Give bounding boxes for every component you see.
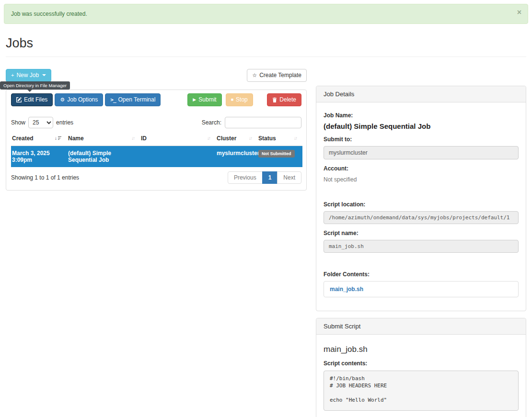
terminal-icon: >_ [110, 97, 116, 102]
jobs-table-panel: Edit Files ⚙ Job Options >_ Open Termina… [6, 90, 307, 191]
tooltip-open-directory: Open Directory in File Manager [0, 81, 70, 90]
gear-icon: ⚙ [60, 97, 65, 102]
job-options-button[interactable]: ⚙ Job Options [55, 93, 103, 106]
jobs-list-column: + New Job ☆ Create Template Open Directo… [6, 69, 307, 191]
cell-cluster: myslurmcluster [216, 146, 257, 167]
page-title: Jobs [6, 36, 526, 51]
job-row-selected[interactable]: March 3, 2025 3:09pm (default) Simple Se… [11, 146, 302, 167]
pagination-page-1[interactable]: 1 [263, 171, 278, 184]
job-name-value: (default) Simple Sequential Job [324, 122, 519, 130]
jobs-table: Created ↓ Name [11, 133, 302, 167]
account-label: Account: [324, 165, 519, 172]
alert-close-icon[interactable]: × [517, 9, 521, 16]
script-name-field: main_job.sh [324, 240, 519, 253]
submit-script-panel: Submit Script main_job.sh Script content… [316, 318, 526, 417]
delete-button[interactable]: Delete [267, 93, 301, 106]
column-header-status[interactable]: Status ↓↑ [257, 133, 302, 146]
column-header-created[interactable]: Created ↓ [11, 133, 67, 146]
column-header-name[interactable]: Name ↓↑ [67, 133, 140, 146]
edit-files-button[interactable]: Edit Files [11, 93, 53, 106]
script-file-name: main_job.sh [324, 345, 519, 354]
folder-contents-box: main_job.sh [324, 281, 519, 297]
success-alert: Job was successfully created. × [4, 4, 528, 24]
submit-script-header: Submit Script [316, 318, 526, 335]
sort-desc-icon: ↓ [55, 135, 63, 141]
submit-to-label: Submit to: [324, 136, 519, 143]
cell-name: (default) Simple Sequential Job [67, 146, 140, 167]
show-label: Show [11, 119, 25, 126]
sort-icon: ↓↑ [207, 135, 212, 141]
job-details-column: Job Details Job Name: (default) Simple S… [316, 69, 526, 417]
pagination: Previous 1 Next [228, 171, 301, 184]
script-location-field: /home/azimuth/ondemand/data/sys/myjobs/p… [324, 211, 519, 224]
job-details-panel: Job Details Job Name: (default) Simple S… [316, 86, 526, 311]
job-name-label: Job Name: [324, 112, 519, 119]
column-header-id[interactable]: ID ↓↑ [140, 133, 216, 146]
new-job-button[interactable]: + New Job [6, 69, 51, 82]
column-header-cluster[interactable]: Cluster ↓↑ [216, 133, 257, 146]
alert-message: Job was successfully created. [11, 11, 87, 17]
open-terminal-button[interactable]: >_ Open Terminal [105, 93, 161, 106]
script-name-label: Script name: [324, 230, 519, 237]
sort-icon: ↓↑ [294, 135, 299, 141]
entries-label: entries [56, 119, 73, 126]
status-badge: Not Submitted [258, 150, 295, 158]
table-info: Showing 1 to 1 of 1 entries [11, 174, 79, 181]
sort-icon: ↓↑ [131, 135, 136, 141]
title-divider [6, 56, 526, 57]
create-template-button[interactable]: ☆ Create Template [247, 69, 307, 82]
cell-created: March 3, 2025 3:09pm [11, 146, 67, 167]
sort-icon: ↓↑ [249, 135, 254, 141]
jobs-page: Job was successfully created. × Jobs + N… [0, 4, 532, 417]
play-icon: ▶ [193, 98, 196, 102]
trash-icon [272, 97, 277, 102]
script-location-label: Script location: [324, 201, 519, 208]
folder-contents-label: Folder Contents: [324, 271, 519, 278]
plus-icon: + [11, 73, 14, 78]
script-contents-label: Script contents: [324, 360, 519, 367]
edit-square-icon [16, 97, 22, 102]
submit-to-field: myslurmcluster [324, 146, 519, 159]
folder-file-link[interactable]: main_job.sh [330, 286, 363, 293]
page-length-select[interactable]: 25 [28, 117, 53, 128]
stop-icon: ■ [231, 98, 233, 102]
cell-id [140, 146, 216, 167]
account-value: Not specified [324, 176, 519, 183]
tooltip-arrow [27, 90, 32, 92]
pagination-previous[interactable]: Previous [228, 171, 263, 184]
job-details-header: Job Details [316, 86, 526, 102]
star-icon: ☆ [252, 73, 257, 78]
submit-button[interactable]: ▶ Submit [187, 93, 221, 106]
stop-button[interactable]: ■ Stop [226, 93, 253, 106]
search-label: Search: [202, 119, 221, 126]
cell-status: Not Submitted [257, 146, 302, 167]
script-contents-code: #!/bin/bash # JOB HEADERS HERE echo "Hel… [324, 371, 519, 411]
pagination-next[interactable]: Next [278, 171, 301, 184]
search-input[interactable] [225, 117, 301, 128]
caret-down-icon [42, 74, 46, 76]
